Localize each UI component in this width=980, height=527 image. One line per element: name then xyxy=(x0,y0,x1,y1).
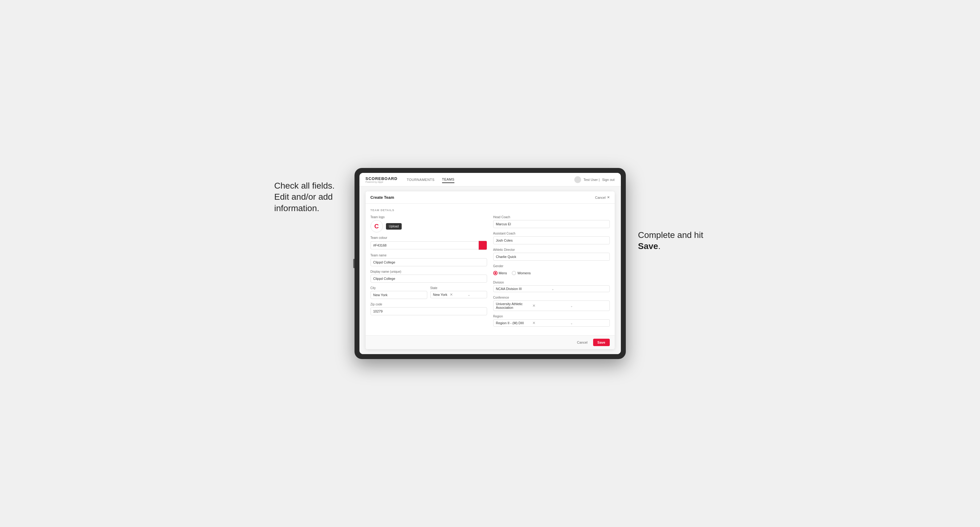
conference-select[interactable]: University Athletic Association ✕ ⌄ xyxy=(493,300,610,311)
gender-radio-group: Mens Womens xyxy=(493,269,610,277)
gender-womens-radio[interactable] xyxy=(512,271,516,275)
athletic-director-label: Athletic Director xyxy=(493,248,610,251)
team-name-label: Team name xyxy=(371,254,487,257)
head-coach-group: Head Coach xyxy=(493,216,610,228)
athletic-director-input[interactable] xyxy=(493,253,610,261)
gender-mens-option[interactable]: Mens xyxy=(493,271,507,275)
modal-body: TEAM DETAILS Team logo xyxy=(366,204,615,335)
annotation-left-text: Check all fields. Edit and/or add inform… xyxy=(274,181,335,213)
tablet-screen: SCOREBOARD Powered by clippd TOURNAMENTS… xyxy=(360,173,621,354)
annotation-right-pre: Complete and hit xyxy=(638,230,703,240)
nav-teams[interactable]: TEAMS xyxy=(442,176,454,183)
state-arrow-icon: ⌄ xyxy=(468,293,484,297)
zip-label: Zip code xyxy=(371,303,487,306)
gender-mens-radio[interactable] xyxy=(493,271,498,275)
state-group: State New York ✕ ⌄ xyxy=(430,286,487,299)
cancel-label: Cancel xyxy=(595,196,605,199)
annotation-left: Check all fields. Edit and/or add inform… xyxy=(274,168,342,214)
brand-title: SCOREBOARD xyxy=(366,176,398,181)
user-label: Test User | xyxy=(584,178,600,181)
zip-group: Zip code xyxy=(371,303,487,315)
assistant-coach-label: Assistant Coach xyxy=(493,232,610,235)
team-logo-label: Team logo xyxy=(371,216,487,219)
modal-close-button[interactable]: Cancel ✕ xyxy=(595,195,609,199)
conference-group: Conference University Athletic Associati… xyxy=(493,296,610,311)
team-colour-label: Team colour xyxy=(371,236,487,240)
state-value: New York xyxy=(433,293,450,297)
state-select[interactable]: New York ✕ ⌄ xyxy=(430,291,487,298)
logo-circle: C xyxy=(371,220,383,232)
section-label: TEAM DETAILS xyxy=(371,209,610,212)
division-label: Division xyxy=(493,281,610,284)
modal-header: Create Team Cancel ✕ xyxy=(366,191,615,204)
team-name-group: Team name xyxy=(371,254,487,266)
display-name-input[interactable] xyxy=(371,275,487,283)
division-group: Division NCAA Division III ⌄ xyxy=(493,281,610,292)
brand-logo: SCOREBOARD Powered by clippd xyxy=(366,176,398,183)
gender-label: Gender xyxy=(493,264,610,268)
sign-out-link[interactable]: Sign out xyxy=(602,178,614,181)
region-group: Region Region II - (M) DIII ✕ ⌄ xyxy=(493,315,610,327)
navbar-right: Test User | Sign out xyxy=(574,176,615,183)
assistant-coach-input[interactable] xyxy=(493,237,610,244)
logo-letter: C xyxy=(374,223,379,230)
annotation-right: Complete and hit Save. xyxy=(638,168,706,252)
right-column: Head Coach Assistant Coach xyxy=(493,216,610,330)
two-col-layout: Team logo C Upload xyxy=(371,216,610,330)
gender-group: Gender Mens xyxy=(493,264,610,277)
tablet-frame: SCOREBOARD Powered by clippd TOURNAMENTS… xyxy=(355,168,626,359)
city-group: City xyxy=(371,286,427,299)
city-state-group: City State New York ✕ xyxy=(371,286,487,299)
create-team-modal: Create Team Cancel ✕ TEAM DETAILS xyxy=(366,191,615,349)
city-input[interactable] xyxy=(371,291,427,299)
tablet-side-button xyxy=(353,259,355,268)
colour-input-wrapper xyxy=(371,241,487,250)
user-avatar xyxy=(574,176,581,183)
team-logo-group: Team logo C Upload xyxy=(371,216,487,232)
brand-sub: Powered by clippd xyxy=(366,181,398,183)
conference-label: Conference xyxy=(493,296,610,299)
team-colour-group: Team colour xyxy=(371,236,487,250)
conference-value: University Athletic Association xyxy=(496,302,533,310)
gender-womens-label: Womens xyxy=(517,271,531,275)
region-value: Region II - (M) DIII xyxy=(496,321,533,325)
conference-arrow-icon: ⌄ xyxy=(570,304,607,308)
footer-save-button[interactable]: Save xyxy=(593,339,610,346)
division-select[interactable]: NCAA Division III ⌄ xyxy=(493,286,610,292)
gender-mens-label: Mens xyxy=(499,271,507,275)
state-clear-icon[interactable]: ✕ xyxy=(450,292,466,297)
city-label: City xyxy=(371,286,427,290)
zip-input[interactable] xyxy=(371,307,487,315)
nav-tournaments[interactable]: TOURNAMENTS xyxy=(407,176,434,183)
close-icon: ✕ xyxy=(607,195,610,199)
modal-footer: Cancel Save xyxy=(366,335,615,349)
region-label: Region xyxy=(493,315,610,318)
footer-cancel-button[interactable]: Cancel xyxy=(574,339,591,346)
logo-area: C Upload xyxy=(371,220,487,232)
athletic-director-group: Athletic Director xyxy=(493,248,610,261)
state-label: State xyxy=(430,286,487,290)
region-select[interactable]: Region II - (M) DIII ✕ ⌄ xyxy=(493,319,610,327)
assistant-coach-group: Assistant Coach xyxy=(493,232,610,244)
gender-womens-option[interactable]: Womens xyxy=(512,271,531,275)
colour-swatch[interactable] xyxy=(479,241,487,250)
city-state-row: City State New York ✕ xyxy=(371,286,487,299)
modal-title: Create Team xyxy=(371,195,394,200)
colour-input[interactable] xyxy=(371,241,479,249)
team-name-input[interactable] xyxy=(371,258,487,266)
head-coach-label: Head Coach xyxy=(493,216,610,219)
region-arrow-icon: ⌄ xyxy=(570,321,607,325)
conference-clear-icon[interactable]: ✕ xyxy=(532,303,569,308)
region-clear-icon[interactable]: ✕ xyxy=(532,321,569,325)
navbar: SCOREBOARD Powered by clippd TOURNAMENTS… xyxy=(360,173,621,186)
left-column: Team logo C Upload xyxy=(371,216,487,330)
division-arrow-icon: ⌄ xyxy=(552,287,607,290)
display-name-group: Display name (unique) xyxy=(371,270,487,283)
annotation-right-post: . xyxy=(658,241,661,251)
content-area: Create Team Cancel ✕ TEAM DETAILS xyxy=(360,186,621,354)
division-value: NCAA Division III xyxy=(496,287,552,290)
display-name-label: Display name (unique) xyxy=(371,270,487,273)
nav-links: TOURNAMENTS TEAMS xyxy=(407,176,574,183)
upload-button[interactable]: Upload xyxy=(386,223,402,230)
head-coach-input[interactable] xyxy=(493,220,610,228)
